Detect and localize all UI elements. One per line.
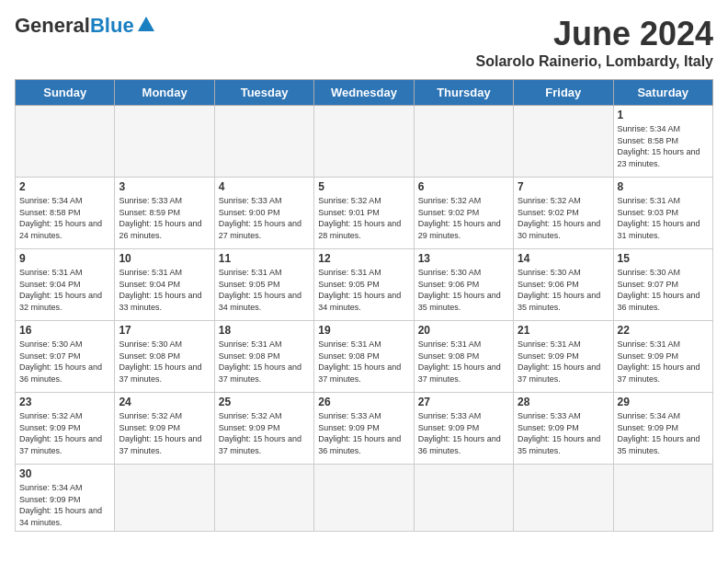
cell-info: Sunrise: 5:30 AM Sunset: 9:06 PM Dayligh… xyxy=(418,267,509,313)
cell-info: Sunrise: 5:32 AM Sunset: 9:02 PM Dayligh… xyxy=(418,195,509,241)
day-number: 25 xyxy=(219,396,310,408)
calendar-week-row: 2Sunrise: 5:34 AM Sunset: 8:58 PM Daylig… xyxy=(16,178,713,249)
calendar-week-row: 9Sunrise: 5:31 AM Sunset: 9:04 PM Daylig… xyxy=(16,249,713,321)
cell-info: Sunrise: 5:33 AM Sunset: 8:59 PM Dayligh… xyxy=(119,195,210,241)
cell-info: Sunrise: 5:30 AM Sunset: 9:07 PM Dayligh… xyxy=(19,339,110,385)
calendar-cell: 1Sunrise: 5:34 AM Sunset: 8:58 PM Daylig… xyxy=(613,106,712,178)
day-number: 1 xyxy=(618,109,709,121)
calendar-cell xyxy=(314,465,414,532)
calendar-cell xyxy=(314,106,414,178)
cell-info: Sunrise: 5:31 AM Sunset: 9:08 PM Dayligh… xyxy=(418,339,509,385)
calendar-cell: 7Sunrise: 5:32 AM Sunset: 9:02 PM Daylig… xyxy=(514,178,613,249)
day-number: 27 xyxy=(418,396,509,408)
day-number: 21 xyxy=(518,324,609,337)
calendar-cell xyxy=(514,106,613,178)
calendar-cell: 2Sunrise: 5:34 AM Sunset: 8:58 PM Daylig… xyxy=(16,178,115,249)
logo-general: General xyxy=(15,14,90,37)
day-number: 12 xyxy=(318,252,409,265)
day-number: 14 xyxy=(518,252,609,265)
day-number: 7 xyxy=(518,180,609,193)
cell-info: Sunrise: 5:34 AM Sunset: 9:09 PM Dayligh… xyxy=(618,410,709,456)
day-number: 26 xyxy=(318,396,409,408)
calendar-week-row: 30Sunrise: 5:34 AM Sunset: 9:09 PM Dayli… xyxy=(16,465,713,532)
calendar-cell xyxy=(613,465,712,532)
day-header-tuesday: Tuesday xyxy=(214,80,313,106)
logo-text: GeneralBlue xyxy=(15,15,134,37)
calendar-cell: 16Sunrise: 5:30 AM Sunset: 9:07 PM Dayli… xyxy=(16,321,115,393)
cell-info: Sunrise: 5:32 AM Sunset: 9:01 PM Dayligh… xyxy=(318,195,409,241)
calendar-cell: 24Sunrise: 5:32 AM Sunset: 9:09 PM Dayli… xyxy=(115,393,214,465)
cell-info: Sunrise: 5:30 AM Sunset: 9:06 PM Dayligh… xyxy=(518,267,609,313)
cell-info: Sunrise: 5:33 AM Sunset: 9:00 PM Dayligh… xyxy=(219,195,310,241)
day-number: 2 xyxy=(19,180,110,193)
calendar-cell xyxy=(514,465,613,532)
calendar-cell: 12Sunrise: 5:31 AM Sunset: 9:05 PM Dayli… xyxy=(314,249,414,321)
calendar-cell xyxy=(214,106,313,178)
logo-triangle-icon xyxy=(136,15,156,35)
day-number: 16 xyxy=(19,324,110,337)
cell-info: Sunrise: 5:32 AM Sunset: 9:09 PM Dayligh… xyxy=(119,410,210,456)
calendar-cell: 23Sunrise: 5:32 AM Sunset: 9:09 PM Dayli… xyxy=(16,393,115,465)
calendar-cell: 26Sunrise: 5:33 AM Sunset: 9:09 PM Dayli… xyxy=(314,393,414,465)
day-number: 4 xyxy=(219,180,310,193)
cell-info: Sunrise: 5:34 AM Sunset: 8:58 PM Dayligh… xyxy=(19,195,110,241)
calendar-cell: 13Sunrise: 5:30 AM Sunset: 9:06 PM Dayli… xyxy=(414,249,513,321)
day-header-monday: Monday xyxy=(115,80,214,106)
day-number: 15 xyxy=(618,252,709,265)
day-number: 19 xyxy=(318,324,409,337)
day-number: 9 xyxy=(19,252,110,265)
days-header-row: SundayMondayTuesdayWednesdayThursdayFrid… xyxy=(16,80,713,106)
day-number: 30 xyxy=(19,467,110,480)
header-area: GeneralBlue June 2024 Solarolo Rainerio,… xyxy=(15,15,713,70)
calendar-cell: 20Sunrise: 5:31 AM Sunset: 9:08 PM Dayli… xyxy=(414,321,513,393)
calendar-cell: 19Sunrise: 5:31 AM Sunset: 9:08 PM Dayli… xyxy=(314,321,414,393)
calendar-cell: 4Sunrise: 5:33 AM Sunset: 9:00 PM Daylig… xyxy=(214,178,313,249)
day-number: 18 xyxy=(219,324,310,337)
day-number: 8 xyxy=(618,180,709,193)
day-header-wednesday: Wednesday xyxy=(314,80,414,106)
cell-info: Sunrise: 5:33 AM Sunset: 9:09 PM Dayligh… xyxy=(418,410,509,456)
day-number: 3 xyxy=(119,180,210,193)
day-header-friday: Friday xyxy=(514,80,613,106)
day-number: 24 xyxy=(119,396,210,408)
calendar-cell xyxy=(414,106,513,178)
calendar-week-row: 23Sunrise: 5:32 AM Sunset: 9:09 PM Dayli… xyxy=(16,393,713,465)
month-title: June 2024 xyxy=(476,15,713,53)
day-number: 20 xyxy=(418,324,509,337)
calendar-cell: 28Sunrise: 5:33 AM Sunset: 9:09 PM Dayli… xyxy=(514,393,613,465)
calendar-cell: 22Sunrise: 5:31 AM Sunset: 9:09 PM Dayli… xyxy=(613,321,712,393)
day-number: 6 xyxy=(418,180,509,193)
day-header-saturday: Saturday xyxy=(613,80,712,106)
calendar-cell xyxy=(214,465,313,532)
svg-marker-0 xyxy=(138,17,154,31)
calendar-cell: 29Sunrise: 5:34 AM Sunset: 9:09 PM Dayli… xyxy=(613,393,712,465)
calendar-cell: 30Sunrise: 5:34 AM Sunset: 9:09 PM Dayli… xyxy=(16,465,115,532)
cell-info: Sunrise: 5:31 AM Sunset: 9:08 PM Dayligh… xyxy=(219,339,310,385)
logo: GeneralBlue xyxy=(15,15,156,37)
title-area: June 2024 Solarolo Rainerio, Lombardy, I… xyxy=(476,15,713,70)
logo-area: GeneralBlue xyxy=(15,15,156,37)
day-number: 17 xyxy=(119,324,210,337)
calendar-week-row: 1Sunrise: 5:34 AM Sunset: 8:58 PM Daylig… xyxy=(16,106,713,178)
calendar-cell: 6Sunrise: 5:32 AM Sunset: 9:02 PM Daylig… xyxy=(414,178,513,249)
calendar-table: SundayMondayTuesdayWednesdayThursdayFrid… xyxy=(15,79,713,532)
day-number: 22 xyxy=(618,324,709,337)
cell-info: Sunrise: 5:32 AM Sunset: 9:02 PM Dayligh… xyxy=(518,195,609,241)
location-title: Solarolo Rainerio, Lombardy, Italy xyxy=(476,53,713,70)
calendar-cell: 9Sunrise: 5:31 AM Sunset: 9:04 PM Daylig… xyxy=(16,249,115,321)
day-number: 13 xyxy=(418,252,509,265)
cell-info: Sunrise: 5:34 AM Sunset: 8:58 PM Dayligh… xyxy=(618,123,709,169)
calendar-cell: 21Sunrise: 5:31 AM Sunset: 9:09 PM Dayli… xyxy=(514,321,613,393)
calendar-week-row: 16Sunrise: 5:30 AM Sunset: 9:07 PM Dayli… xyxy=(16,321,713,393)
calendar-cell: 14Sunrise: 5:30 AM Sunset: 9:06 PM Dayli… xyxy=(514,249,613,321)
cell-info: Sunrise: 5:30 AM Sunset: 9:08 PM Dayligh… xyxy=(119,339,210,385)
cell-info: Sunrise: 5:31 AM Sunset: 9:09 PM Dayligh… xyxy=(518,339,609,385)
day-header-thursday: Thursday xyxy=(414,80,513,106)
calendar-cell: 17Sunrise: 5:30 AM Sunset: 9:08 PM Dayli… xyxy=(115,321,214,393)
calendar-cell: 15Sunrise: 5:30 AM Sunset: 9:07 PM Dayli… xyxy=(613,249,712,321)
calendar-cell: 27Sunrise: 5:33 AM Sunset: 9:09 PM Dayli… xyxy=(414,393,513,465)
day-number: 5 xyxy=(318,180,409,193)
day-number: 11 xyxy=(219,252,310,265)
day-number: 23 xyxy=(19,396,110,408)
cell-info: Sunrise: 5:31 AM Sunset: 9:08 PM Dayligh… xyxy=(318,339,409,385)
